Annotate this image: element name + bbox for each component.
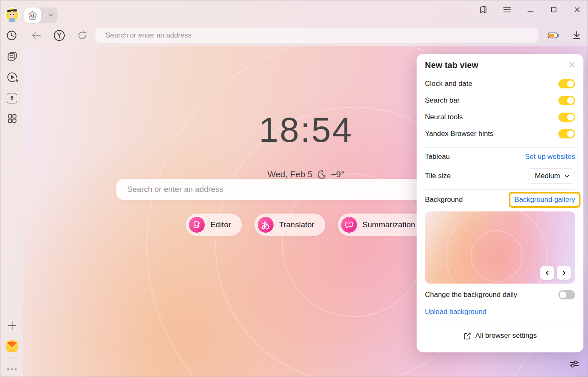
chevron-down-icon bbox=[48, 12, 54, 18]
toggle-label: Yandex Browser hints bbox=[425, 130, 493, 138]
toggle-label: Search bar bbox=[425, 96, 460, 105]
toggle-label: Clock and date bbox=[425, 80, 472, 88]
tile-size-value: Medium bbox=[535, 172, 560, 180]
yandex-logo-icon bbox=[53, 29, 65, 42]
summarization-icon bbox=[341, 217, 357, 233]
chevron-left-icon bbox=[545, 270, 550, 276]
date-label: Wed, Feb 5 bbox=[267, 169, 312, 179]
panel-close-button[interactable] bbox=[568, 61, 575, 68]
back-button[interactable] bbox=[30, 25, 42, 45]
sidebar-divider bbox=[6, 357, 18, 357]
toggle-row: Yandex Browser hints bbox=[425, 126, 575, 142]
toggle-neural-tools[interactable] bbox=[558, 113, 575, 122]
background-label: Background bbox=[425, 196, 463, 204]
all-browser-settings-label: All browser settings bbox=[475, 332, 537, 340]
history-clock-icon bbox=[6, 30, 17, 41]
feed-icon bbox=[7, 51, 18, 62]
chevron-right-icon bbox=[561, 270, 567, 276]
toggle-change-background-daily[interactable] bbox=[558, 290, 575, 299]
sliders-icon bbox=[569, 359, 580, 369]
browser-window: 0 bbox=[0, 0, 588, 377]
sidebar-item-media[interactable] bbox=[0, 70, 23, 84]
toggle-clock-and-date[interactable] bbox=[558, 79, 575, 88]
editor-icon bbox=[189, 217, 205, 233]
moon-icon bbox=[317, 169, 327, 179]
panel-title: New tab view bbox=[425, 60, 478, 70]
toggle-search-bar[interactable] bbox=[558, 96, 575, 105]
all-browser-settings-button[interactable]: All browser settings bbox=[425, 324, 575, 347]
minimize-icon bbox=[527, 6, 534, 13]
external-link-icon bbox=[463, 332, 471, 340]
chevron-down-icon bbox=[564, 173, 570, 179]
download-icon bbox=[572, 30, 582, 40]
highlight-annotation: Background gallery bbox=[509, 192, 580, 208]
editor-button[interactable]: Editor bbox=[186, 214, 242, 236]
toggle-yandex-browser-hints[interactable] bbox=[558, 129, 575, 138]
battery-icon bbox=[548, 32, 559, 39]
tab-list-button[interactable] bbox=[48, 12, 54, 18]
menu-button[interactable] bbox=[503, 5, 512, 14]
address-bar[interactable] bbox=[95, 28, 538, 43]
tab-group: 0 bbox=[24, 8, 58, 23]
close-icon bbox=[568, 61, 575, 68]
yandex-mail-icon bbox=[6, 340, 18, 352]
toggle-row: Neural tools bbox=[425, 109, 575, 126]
sidebar-more-button[interactable] bbox=[0, 362, 23, 376]
bookmark-icon bbox=[479, 5, 488, 14]
tableau-label: Tableau bbox=[425, 153, 450, 161]
apps-grid-icon bbox=[7, 113, 17, 123]
translator-button[interactable]: あ Translator bbox=[254, 214, 325, 236]
profile-avatar[interactable] bbox=[5, 7, 20, 22]
tab-counter-badge: 0 bbox=[28, 11, 37, 20]
downloads-button[interactable] bbox=[571, 25, 583, 45]
window-controls bbox=[479, 5, 582, 15]
reload-button[interactable] bbox=[76, 25, 88, 45]
sidebar-add-button[interactable] bbox=[0, 319, 23, 333]
new-tab-view-panel: New tab view Clock and date Search bar N… bbox=[417, 54, 583, 352]
tile-size-row: Tile size Medium bbox=[425, 166, 575, 186]
toolbar bbox=[0, 25, 588, 46]
background-gallery-link[interactable]: Background gallery bbox=[514, 196, 575, 204]
maximize-icon bbox=[550, 6, 557, 13]
background-preview bbox=[425, 211, 575, 284]
bookmarks-sidebar-button[interactable] bbox=[479, 5, 488, 14]
minimize-button[interactable] bbox=[526, 5, 535, 14]
upload-background-link[interactable]: Upload background bbox=[425, 308, 486, 316]
daily-background-row: Change the background daily bbox=[425, 285, 575, 304]
previous-background-button[interactable] bbox=[540, 266, 554, 280]
tile-size-label: Tile size bbox=[425, 172, 451, 180]
set-up-websites-link[interactable]: Set up websites bbox=[525, 153, 575, 161]
address-input[interactable] bbox=[95, 31, 538, 40]
svg-text:0: 0 bbox=[31, 13, 34, 19]
translator-icon: あ bbox=[258, 217, 274, 233]
maximize-button[interactable] bbox=[549, 5, 558, 14]
active-tab[interactable]: 0 bbox=[24, 8, 41, 23]
battery-saver-button[interactable] bbox=[548, 25, 559, 45]
yandex-home-button[interactable] bbox=[53, 25, 65, 45]
toggle-row: Search bar bbox=[425, 92, 575, 109]
close-icon bbox=[574, 6, 580, 13]
reload-icon bbox=[77, 30, 88, 41]
toggle-label: Neural tools bbox=[425, 113, 463, 121]
background-row: Background Background gallery bbox=[425, 190, 575, 210]
sidebar-item-apps[interactable] bbox=[0, 111, 23, 126]
tableau-row: Tableau Set up websites bbox=[425, 148, 575, 166]
sidebar-item-feed[interactable] bbox=[0, 49, 23, 63]
tab-count-badge: 6 bbox=[7, 93, 17, 103]
summarization-button[interactable]: Summarization bbox=[338, 214, 426, 236]
close-button[interactable] bbox=[573, 5, 582, 14]
toggle-row: Clock and date bbox=[425, 75, 575, 92]
media-play-icon bbox=[6, 71, 18, 83]
history-button[interactable] bbox=[6, 25, 18, 45]
hamburger-icon bbox=[503, 6, 511, 13]
daily-background-label: Change the background daily bbox=[425, 291, 517, 299]
ellipsis-icon bbox=[7, 368, 17, 370]
temperature-label: −9° bbox=[331, 169, 344, 179]
back-arrow-icon bbox=[31, 31, 42, 40]
next-background-button[interactable] bbox=[557, 266, 571, 280]
sidebar-item-tabs[interactable]: 6 bbox=[0, 91, 23, 105]
sidebar-item-mail[interactable] bbox=[0, 339, 23, 353]
page-settings-button[interactable] bbox=[568, 358, 580, 370]
plus-icon bbox=[8, 321, 17, 330]
tile-size-select[interactable]: Medium bbox=[528, 168, 575, 183]
